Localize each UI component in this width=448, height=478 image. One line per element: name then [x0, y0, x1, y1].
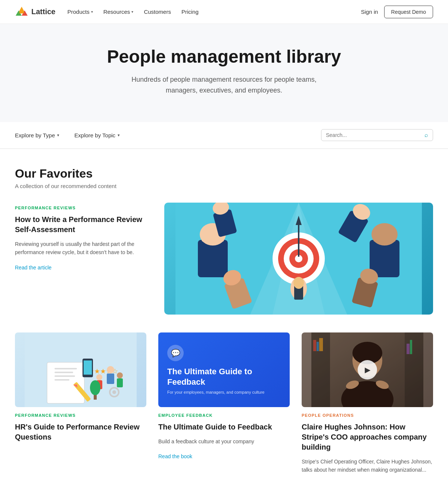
guide-title: The Ultimate Guide to Feedback	[167, 366, 281, 387]
svg-rect-36	[55, 379, 69, 381]
hero-subtitle: Hundreds of people management resources …	[119, 74, 329, 96]
explore-type-chevron-icon: ▾	[57, 133, 59, 138]
main-content: Our Favorites A collection of our recomm…	[0, 149, 448, 478]
logo-text: Lattice	[31, 7, 55, 16]
nav-links: Products ▾ Resources ▾ Customers Pricing	[67, 9, 361, 15]
favorites-title: Our Favorites	[15, 167, 433, 181]
svg-rect-41	[107, 374, 114, 384]
svg-rect-33	[55, 368, 77, 369]
svg-point-42	[96, 374, 102, 380]
featured-card-category: PERFORMANCE REVIEWS	[15, 206, 149, 210]
search-input[interactable]	[326, 132, 421, 138]
bottom-cards-row: ★★★★☆	[15, 332, 433, 478]
card-1-title: The Ultimate Guide to Feedback	[158, 422, 290, 432]
perf-review-illustration: ★★★★☆	[15, 332, 146, 407]
svg-point-47	[90, 380, 100, 395]
svg-point-49	[112, 390, 116, 394]
nav-products[interactable]: Products ▾	[67, 9, 93, 15]
navbar: Lattice Products ▾ Resources ▾ Customers…	[0, 0, 448, 24]
nav-resources[interactable]: Resources ▾	[103, 9, 134, 15]
bottom-card-1: 💬 The Ultimate Guide to Feedback For you…	[158, 332, 290, 460]
featured-illustration	[164, 203, 433, 315]
featured-card-image	[164, 203, 433, 315]
featured-card-title: How to Write a Performance Review Self-A…	[15, 215, 149, 235]
card-0-title: HR's Guide to Performance Review Questio…	[15, 422, 146, 442]
svg-rect-45	[117, 378, 123, 387]
hero-title: People management library	[15, 46, 433, 67]
card-2-description: Stripe's Chief Operating Officer, Claire…	[302, 457, 433, 474]
explore-by-topic-dropdown[interactable]: Explore by Topic ▾	[74, 129, 126, 141]
svg-point-16	[293, 277, 304, 289]
svg-rect-22	[373, 234, 396, 242]
bottom-card-0: ★★★★☆	[15, 332, 146, 447]
explore-by-type-dropdown[interactable]: Explore by Type ▾	[15, 129, 65, 141]
card-thumb-1: 💬 The Ultimate Guide to Feedback For you…	[158, 332, 290, 407]
filter-bar: Explore by Type ▾ Explore by Topic ▾ ⌕	[0, 122, 448, 149]
svg-rect-51	[84, 360, 92, 375]
card-1-info: EMPLOYEE FEEDBACK The Ultimate Guide to …	[158, 413, 290, 460]
products-chevron-icon: ▾	[91, 10, 93, 14]
svg-rect-34	[55, 372, 73, 373]
bottom-card-2: ▶ PEOPLE OPERATIONS Claire Hughes Johnso…	[302, 332, 433, 478]
explore-topic-chevron-icon: ▾	[118, 133, 120, 138]
card-2-title: Claire Hughes Johnson: How Stripe's COO …	[302, 422, 433, 452]
card-2-category: PEOPLE OPERATIONS	[302, 413, 433, 418]
card-1-read-link[interactable]: Read the book	[158, 453, 192, 459]
resources-chevron-icon: ▾	[131, 10, 133, 14]
hero-section: People management library Hundreds of pe…	[0, 24, 448, 122]
featured-row: PERFORMANCE REVIEWS How to Write a Perfo…	[15, 203, 433, 315]
guide-chat-icon: 💬	[167, 345, 184, 361]
request-demo-button[interactable]: Request Demo	[384, 6, 433, 18]
card-2-info: PEOPLE OPERATIONS Claire Hughes Johnson:…	[302, 413, 433, 474]
sign-in-button[interactable]: Sign in	[361, 9, 378, 15]
featured-card-read-link[interactable]: Read the article	[15, 265, 52, 271]
featured-card-text: PERFORMANCE REVIEWS How to Write a Perfo…	[15, 203, 149, 271]
search-box: ⌕	[321, 129, 433, 141]
logo[interactable]: Lattice	[15, 5, 55, 19]
logo-icon	[15, 5, 28, 19]
svg-point-40	[107, 366, 114, 374]
guide-subtitle: For your employees, managers, and compan…	[167, 390, 264, 394]
featured-card-description: Reviewing yourself is usually the hardes…	[15, 240, 149, 257]
card-thumb-0: ★★★★☆	[15, 332, 146, 407]
video-play-overlay: ▶	[302, 332, 433, 407]
card-1-description: Build a feedback culture at your company	[158, 437, 290, 446]
svg-rect-35	[55, 375, 75, 377]
play-button[interactable]: ▶	[358, 360, 377, 379]
nav-pricing[interactable]: Pricing	[181, 9, 199, 15]
nav-customers[interactable]: Customers	[144, 9, 171, 15]
search-icon: ⌕	[424, 132, 428, 138]
card-0-info: PERFORMANCE REVIEWS HR's Guide to Perfor…	[15, 413, 146, 442]
card-thumb-2: ▶	[302, 332, 433, 407]
svg-point-44	[117, 372, 123, 378]
nav-actions: Sign in Request Demo	[361, 6, 433, 18]
perf-review-svg: ★★★★☆	[15, 332, 146, 407]
favorites-subtitle: A collection of our recommended content	[15, 183, 433, 189]
card-1-category: EMPLOYEE FEEDBACK	[158, 413, 290, 418]
card-0-category: PERFORMANCE REVIEWS	[15, 413, 146, 418]
